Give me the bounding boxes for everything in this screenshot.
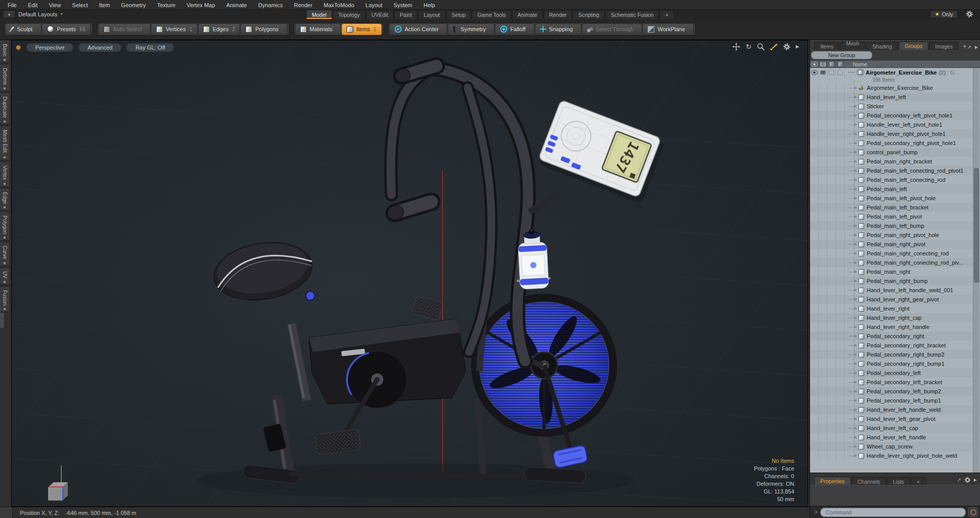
camera-toggle-cell[interactable] (819, 258, 827, 267)
left-rail-tab[interactable]: UV (0, 267, 10, 285)
group-item-row[interactable]: Handle_lever_left_pivot_hole1 (810, 120, 980, 129)
menu-item[interactable]: Geometry (115, 1, 151, 10)
checkbox-cell[interactable] (827, 129, 836, 138)
viewport-settings-gear-icon[interactable] (783, 43, 790, 50)
camera-toggle-cell[interactable] (819, 350, 827, 359)
group-item-row[interactable]: Hand_lever_left_handle (810, 433, 980, 442)
group-item-row[interactable]: Hand_lever_right (810, 304, 980, 313)
toolbar-button[interactable]: Falloff (495, 23, 534, 35)
checkbox-cell[interactable] (827, 332, 836, 341)
eye-toggle-cell[interactable] (810, 451, 819, 460)
group-item-row[interactable]: Pedal_main_right (810, 267, 980, 276)
eye-toggle-cell[interactable] (810, 111, 819, 120)
group-item-row[interactable]: Pedal_main_left_bump (810, 221, 980, 230)
checkbox-cell[interactable] (827, 258, 836, 267)
camera-toggle-cell[interactable] (819, 240, 827, 249)
eye-toggle-cell[interactable] (810, 332, 819, 341)
checkbox-cell[interactable] (836, 341, 845, 350)
checkbox-cell[interactable] (836, 332, 845, 341)
group-item-row[interactable]: Pedal_secondary_right (810, 332, 980, 341)
checkbox-cell[interactable] (827, 83, 836, 92)
eye-toggle-cell[interactable] (810, 258, 819, 267)
eye-toggle-cell[interactable] (810, 423, 819, 433)
checkbox-cell[interactable] (827, 194, 836, 203)
layout-tab[interactable]: Layout (418, 10, 446, 19)
eye-toggle-cell[interactable] (810, 414, 819, 423)
right-panel-tab[interactable]: Images (929, 42, 959, 50)
new-group-button[interactable]: New Group (811, 51, 872, 59)
menu-item[interactable]: Vertex Map (181, 1, 221, 10)
command-record-button[interactable] (968, 507, 978, 517)
group-item-row[interactable]: Hand_lever_right_gear_pivot (810, 295, 980, 304)
checkbox-cell[interactable] (827, 304, 836, 313)
checkbox-cell[interactable] (836, 129, 845, 138)
eye-toggle-cell[interactable] (810, 387, 819, 396)
pan-icon[interactable] (732, 43, 740, 51)
viewport-expand-arrow-icon[interactable]: ▶ (796, 43, 799, 50)
group-item-row[interactable]: Pedal_main_left_bracket (810, 203, 980, 212)
checkbox-cell[interactable] (836, 92, 845, 102)
layout-tab[interactable]: + (659, 10, 674, 19)
camera-toggle-cell[interactable] (819, 451, 827, 460)
eye-toggle-cell[interactable] (810, 212, 819, 221)
checkbox-cell[interactable] (836, 396, 845, 405)
camera-toggle-cell[interactable] (819, 212, 827, 221)
left-rail-tab[interactable]: Curve (0, 242, 10, 266)
checkbox-cell[interactable] (836, 157, 845, 166)
camera-toggle-cell[interactable] (819, 304, 827, 313)
eye-toggle-cell[interactable] (810, 175, 819, 184)
camera-toggle-cell[interactable] (819, 249, 827, 258)
group-item-row[interactable]: Pedal_main_right_pivot (810, 240, 980, 249)
camera-toggle-cell[interactable] (819, 359, 827, 368)
layout-up-icon[interactable]: ▲ (3, 10, 15, 18)
camera-toggle-cell[interactable] (819, 157, 827, 166)
checkbox-cell[interactable] (836, 203, 845, 212)
group-item-row[interactable]: Pedal_main_left_pivot (810, 212, 980, 221)
checkbox-cell[interactable] (836, 276, 845, 286)
eye-toggle-cell[interactable] (810, 166, 819, 175)
eye-toggle-cell[interactable] (810, 148, 819, 157)
checkbox-cell[interactable] (827, 92, 836, 102)
camera-toggle-cell[interactable] (819, 83, 827, 92)
group-checkbox[interactable] (838, 70, 843, 75)
checkbox-cell[interactable] (827, 120, 836, 129)
layout-tab[interactable]: Scripting (573, 10, 605, 19)
checkbox-cell[interactable] (836, 194, 845, 203)
render-column-camera-icon[interactable] (820, 62, 826, 66)
checkbox-cell[interactable] (836, 359, 845, 368)
left-rail-tab[interactable]: Mesh Edit. (0, 126, 10, 160)
viewport-indicator-dot[interactable] (16, 45, 21, 50)
menu-item[interactable]: Texture (152, 1, 181, 10)
camera-toggle-cell[interactable] (819, 267, 827, 276)
eye-toggle-cell[interactable] (810, 396, 819, 405)
group-item-row[interactable]: Sticker (810, 102, 980, 111)
layout-tab[interactable]: Schematic Fusion (605, 10, 659, 19)
menu-item[interactable]: MaxToModo (318, 1, 360, 10)
menu-item[interactable]: Animate (220, 1, 252, 10)
camera-toggle-cell[interactable] (819, 341, 827, 350)
camera-toggle-cell[interactable] (819, 433, 827, 442)
checkbox-cell[interactable] (827, 148, 836, 157)
eye-toggle-cell[interactable] (810, 368, 819, 378)
left-rail-tab[interactable]: Duplicate (0, 92, 10, 125)
eye-toggle-cell[interactable] (810, 295, 819, 304)
eye-toggle-cell[interactable] (810, 102, 819, 111)
checkbox-cell[interactable] (827, 102, 836, 111)
checkbox-cell[interactable] (827, 387, 836, 396)
viewport-mode-button[interactable]: Perspective (26, 43, 74, 52)
camera-toggle-cell[interactable] (819, 405, 827, 414)
checkbox-cell[interactable] (836, 368, 845, 378)
group-item-row[interactable]: Pedal_secondary_left (810, 368, 980, 378)
group-item-row[interactable]: Pedal_main_right_conecting_rod (810, 249, 980, 258)
eye-toggle-cell[interactable] (810, 221, 819, 230)
checkbox-cell[interactable] (827, 157, 836, 166)
camera-toggle-cell[interactable] (819, 148, 827, 157)
menu-item[interactable]: Render (288, 1, 318, 10)
checkbox-cell[interactable] (836, 414, 845, 423)
checkbox-cell[interactable] (836, 240, 845, 249)
camera-toggle-cell[interactable] (819, 295, 827, 304)
menu-item[interactable]: Dynamics (253, 1, 288, 10)
group-checkbox[interactable] (829, 70, 834, 75)
group-item-row[interactable]: Hand_lever_left_gear_pivot (810, 414, 980, 423)
eye-toggle-cell[interactable] (810, 322, 819, 332)
